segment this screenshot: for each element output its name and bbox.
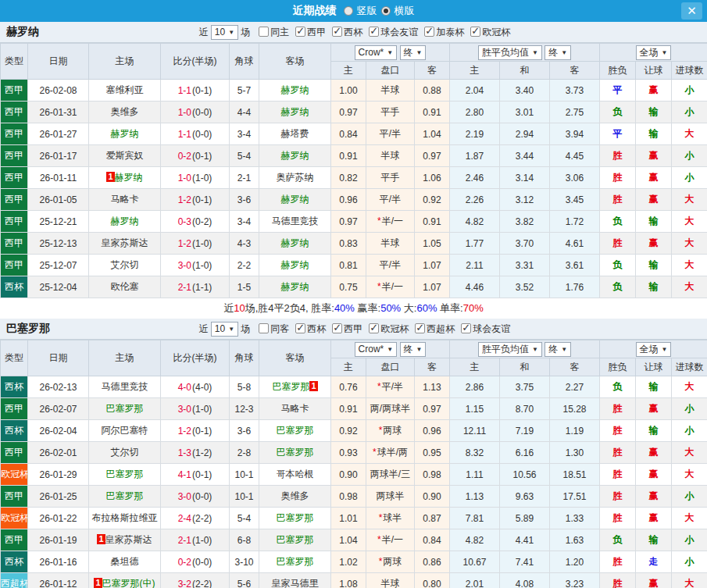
handicap-result-cell-value: 赢 bbox=[649, 403, 659, 414]
corner-cell: 5-8 bbox=[230, 376, 259, 398]
fulltime-score: 3-0 bbox=[178, 491, 191, 502]
corner-cell: 2-2 bbox=[230, 255, 259, 276]
vertical-layout-label[interactable]: 竖版 bbox=[357, 4, 377, 18]
mean-away-cell: 3.06 bbox=[550, 167, 600, 189]
mean-away-cell: 17.51 bbox=[550, 486, 600, 508]
league-filter-checkbox[interactable] bbox=[369, 27, 379, 37]
league-filter-checkbox[interactable] bbox=[332, 27, 342, 37]
match-row: 欧冠杯26-01-29巴塞罗那4-1(0-1)10-1哥本哈根0.90两球半/三… bbox=[1, 464, 707, 486]
same-venue-checkbox[interactable] bbox=[259, 323, 269, 333]
handicap-result-cell-value: 赢 bbox=[649, 578, 659, 588]
team-section-girona: 赫罗纳 近 10 场 同主西甲西杯球会友谊加泰杯欧冠杯 类型 日期 主场 比分(… bbox=[0, 22, 707, 319]
halftime-score: (2-2) bbox=[192, 513, 212, 524]
goals-cell-value: 小 bbox=[685, 534, 695, 545]
bookmaker-select[interactable]: Crow* bbox=[355, 45, 398, 60]
halftime-score: (1-0) bbox=[192, 238, 212, 249]
away-odds-cell: 0.84 bbox=[415, 529, 450, 551]
team-name-text: 马德里竞技 bbox=[272, 216, 319, 226]
corner-cell: 3-4 bbox=[230, 211, 259, 233]
close-icon[interactable]: ✕ bbox=[681, 2, 702, 20]
bookmaker-select[interactable]: Crow* bbox=[355, 342, 398, 357]
league-filter-label[interactable]: 西超杯 bbox=[427, 323, 455, 334]
halftime-score: (0-0) bbox=[192, 491, 212, 502]
league-filter-checkbox[interactable] bbox=[295, 27, 305, 37]
handicap-result-cell-value: 走 bbox=[649, 556, 659, 567]
away-team-cell: 巴塞罗那 bbox=[259, 529, 331, 551]
goals-cell-value: 大 bbox=[685, 281, 695, 292]
scope-group-header: 全场 bbox=[600, 340, 707, 358]
odds-time-select[interactable]: 终 bbox=[400, 45, 427, 60]
col-header-corner: 角球 bbox=[230, 340, 259, 376]
near-label: 近 bbox=[199, 26, 209, 39]
league-filter-label[interactable]: 欧冠杯 bbox=[482, 27, 510, 37]
handicap-result-cell: 输 bbox=[636, 123, 672, 145]
mean-type-select[interactable]: 胜平负均值 bbox=[478, 45, 542, 60]
odds-time-select[interactable]: 终 bbox=[400, 342, 427, 357]
team-name-text: 塞维利亚 bbox=[106, 84, 144, 95]
mean-away-cell: 3.45 bbox=[550, 189, 600, 211]
league-filter-checkbox[interactable] bbox=[295, 323, 305, 333]
away-odds-cell: 0.97 bbox=[415, 398, 450, 420]
league-filter-label[interactable]: 西甲 bbox=[344, 323, 362, 334]
mean-home-cell: 8.32 bbox=[450, 442, 500, 464]
league-type-cell: 西甲 bbox=[1, 123, 28, 145]
fulltime-score: 1-3 bbox=[178, 447, 191, 458]
mean-type-select[interactable]: 胜平负均值 bbox=[478, 342, 542, 357]
match-count-select[interactable]: 10 bbox=[211, 25, 238, 40]
handicap-result-cell: 赢 bbox=[636, 233, 672, 255]
mean-home-cell: 4.82 bbox=[450, 211, 500, 233]
league-filter-checkbox[interactable] bbox=[415, 323, 425, 333]
sub-header-goals: 进球数 bbox=[672, 62, 707, 80]
same-venue-label[interactable]: 同主 bbox=[270, 27, 289, 37]
bookmaker-value: Crow* bbox=[359, 344, 384, 355]
handicap-result-cell-value: 输 bbox=[649, 106, 659, 117]
halftime-score: (0-2) bbox=[192, 216, 212, 227]
handicap-cell: 平/半 bbox=[366, 255, 415, 276]
handicap-text: 平/半 bbox=[380, 259, 401, 270]
mean-group-header: 胜平负均值 终 bbox=[450, 44, 600, 62]
match-row: 欧冠杯26-01-22布拉格斯拉维亚2-4(2-2)5-4巴塞罗那1.01*球半… bbox=[1, 508, 707, 529]
mean-type-value: 胜平负均值 bbox=[482, 47, 529, 58]
league-filter-checkbox[interactable] bbox=[369, 323, 379, 333]
league-filter-checkbox[interactable] bbox=[332, 323, 342, 333]
result-cell-value: 胜 bbox=[613, 578, 623, 588]
rank-badge: 1 bbox=[309, 381, 317, 391]
same-venue-checkbox[interactable] bbox=[259, 27, 269, 37]
mean-away-cell: 3.73 bbox=[550, 80, 600, 102]
goals-cell: 大 bbox=[672, 211, 707, 233]
team-name: 赫罗纳 bbox=[6, 25, 39, 39]
handicap-star: * bbox=[377, 534, 381, 545]
fulltime-score: 2-1 bbox=[178, 282, 191, 293]
league-filter-label[interactable]: 球会友谊 bbox=[473, 323, 510, 334]
league-filter-label[interactable]: 西杯 bbox=[307, 323, 326, 334]
horizontal-layout-radio[interactable] bbox=[381, 6, 391, 16]
mean-time-select[interactable]: 终 bbox=[545, 342, 571, 357]
sub-header-home-odds: 主 bbox=[331, 358, 366, 376]
same-venue-label[interactable]: 同客 bbox=[270, 323, 289, 334]
sub-header-mean-draw: 和 bbox=[500, 62, 550, 80]
league-filter-checkbox[interactable] bbox=[461, 323, 471, 333]
league-filter-label[interactable]: 加泰杯 bbox=[436, 27, 464, 37]
league-filter-checkbox[interactable] bbox=[424, 27, 434, 37]
league-filter-label[interactable]: 西杯 bbox=[344, 27, 362, 37]
scope-select[interactable]: 全场 bbox=[636, 342, 672, 357]
score-cell: 1-1(0-1) bbox=[161, 80, 230, 102]
result-cell-value: 负 bbox=[613, 281, 623, 292]
match-count-select[interactable]: 10 bbox=[211, 322, 238, 337]
mean-home-cell: 10.67 bbox=[450, 551, 500, 573]
col-header-date: 日期 bbox=[28, 340, 89, 376]
league-filter-checkbox[interactable] bbox=[470, 27, 480, 37]
horizontal-layout-label[interactable]: 横版 bbox=[395, 4, 415, 18]
date-cell: 26-01-27 bbox=[28, 123, 89, 145]
league-filter-label[interactable]: 球会友谊 bbox=[380, 27, 418, 37]
handicap-result-cell: 赢 bbox=[636, 189, 672, 211]
mean-home-cell: 1.13 bbox=[450, 486, 500, 508]
vertical-layout-radio[interactable] bbox=[344, 6, 353, 16]
handicap-text: 半球 bbox=[381, 84, 400, 95]
league-filter-label[interactable]: 欧冠杯 bbox=[380, 323, 409, 334]
mean-time-select[interactable]: 终 bbox=[545, 45, 571, 60]
league-filter-label[interactable]: 西甲 bbox=[307, 27, 326, 37]
scope-select[interactable]: 全场 bbox=[636, 45, 672, 60]
goals-cell: 小 bbox=[672, 167, 707, 189]
away-odds-cell: 0.86 bbox=[415, 551, 450, 573]
